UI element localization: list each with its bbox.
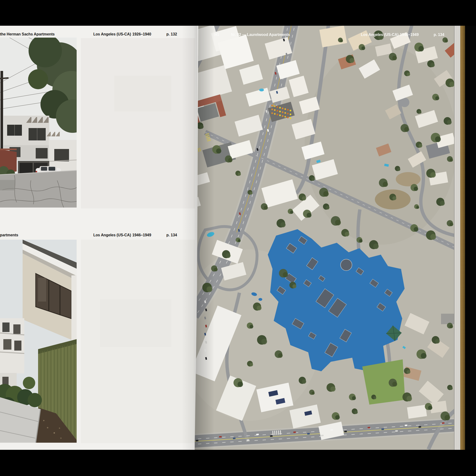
page-showthrough [81,38,195,208]
book-cover-edge [460,26,465,450]
map-page-ref: p. 134 [434,32,444,37]
dirt-patch [396,172,421,186]
caption-row-laurelwood: partments Los Angeles (US-CA) 1946–1949 … [0,233,198,238]
caption-page-ref: p. 132 [166,32,177,37]
letterbox-bottom [0,450,476,476]
caption-page-ref: p. 134 [166,233,177,238]
map-years: 1946–1949 [400,32,419,37]
page-fore-edge [454,26,461,450]
caption-building-name: the Herman Sachs Apartments [0,32,55,37]
map-caption-row: H1 Nr. 32 — Laurelwood Apartments Los An… [178,32,455,37]
caption-building-name: partments [0,233,18,238]
caption-city: Los Angeles (US-CA) [93,32,131,37]
page-showthrough [100,299,171,347]
building-roof [441,314,455,324]
page-showthrough [114,76,171,111]
street-photo-herman-sachs [0,38,77,207]
caption-row-herman-sachs: the Herman Sachs Apartments Los Angeles … [0,32,198,37]
caption-years: 1926–1940 [132,32,151,37]
map-grid-ref: H1 [214,32,219,37]
map-entry-name: Nr. 32 — Laurelwood Apartments [231,32,290,37]
school-lawn [362,359,405,405]
map-city: Los Angeles (US-CA) [361,32,398,37]
caption-city: Los Angeles (US-CA) [93,233,131,238]
aerial-satellite-photo: H1 Nr. 32 — Laurelwood Apartments Los An… [178,26,455,450]
letterbox-top [0,0,476,26]
left-book-page: the Herman Sachs Apartments Los Angeles … [0,26,198,450]
caption-years: 1946–1949 [132,233,151,238]
building-roof [430,401,447,413]
street-photo-laurelwood [0,240,77,443]
circle-court [340,259,352,271]
book-spread-photo: the Herman Sachs Apartments Los Angeles … [0,0,476,476]
